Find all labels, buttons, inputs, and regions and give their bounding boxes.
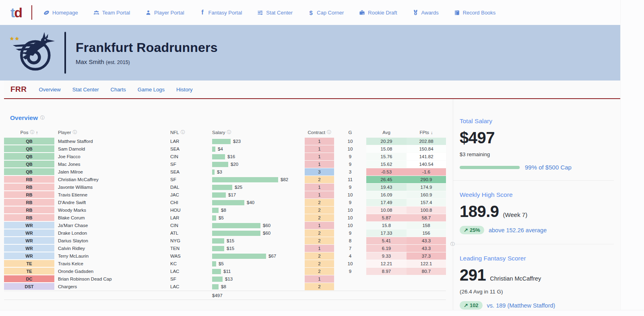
nav-item-awards[interactable]: Awards: [413, 10, 439, 16]
salary-bar: [212, 208, 219, 213]
scrollbar[interactable]: [620, 0, 644, 310]
player-name[interactable]: Christian McCaffrey: [54, 176, 167, 183]
player-name[interactable]: Ja'Marr Chase: [54, 222, 167, 229]
table-row[interactable]: DSTChargersLAC$82: [4, 283, 446, 291]
table-row[interactable]: RBBlake CorumLAR$52105.8758.7: [4, 214, 446, 222]
nav-item-rookie-draft[interactable]: Rookie Draft: [359, 10, 397, 16]
player-name[interactable]: Chargers: [54, 283, 167, 290]
nav-item-player-portal[interactable]: Player Portal: [145, 10, 184, 16]
table-row[interactable]: TETravis KelceKC$521012.21122.1: [4, 260, 446, 268]
column-header-fpts[interactable]: FPts↓: [407, 130, 446, 135]
table-row[interactable]: WRDarius SlaytonNYG$15285.4143.3: [4, 237, 446, 245]
player-name[interactable]: Joe Flacco: [54, 153, 167, 160]
player-name[interactable]: Oronde Gadsden: [54, 268, 167, 275]
cap-progress-row: 99% of $500 Cap: [460, 164, 614, 171]
weekly-high-label[interactable]: Weekly High Score: [460, 191, 614, 198]
table-row[interactable]: QBSam DarnoldSEA$411015.08150.84: [4, 145, 446, 153]
nav-item-homepage[interactable]: Homepage: [43, 10, 78, 16]
column-header-player[interactable]: Playerⓘ: [54, 130, 167, 135]
team-code[interactable]: FRR: [10, 85, 27, 94]
column-label: Player: [58, 130, 71, 135]
column-header-avg[interactable]: Avg: [366, 130, 407, 135]
fantasy-f-icon: f: [200, 10, 206, 16]
team-logo: ★★: [11, 29, 56, 76]
tab-history[interactable]: History: [176, 87, 192, 93]
info-icon[interactable]: ⓘ: [227, 130, 231, 135]
player-name[interactable]: Javonte Williams: [54, 184, 167, 191]
column-header-g[interactable]: G: [334, 130, 366, 135]
table-row[interactable]: RBJavonte WilliamsDAL$251919.43174.9: [4, 184, 446, 191]
contract-cell: 1: [305, 245, 334, 252]
column-header-contract[interactable]: Contractⓘ: [305, 130, 334, 135]
player-name[interactable]: Travis Etienne: [54, 191, 167, 198]
nav-item-team-portal[interactable]: Team Portal: [93, 10, 130, 16]
column-header-nfl[interactable]: NFLⓘ: [167, 130, 209, 135]
pos-cell: WR: [4, 252, 54, 260]
leading-scorer-label[interactable]: Leading Fantasy Scorer: [460, 255, 614, 262]
tab-overview[interactable]: Overview: [39, 87, 61, 93]
column-header-salary[interactable]: Salaryⓘ: [209, 130, 305, 135]
trend-pill-value: 25%: [470, 227, 480, 233]
info-icon[interactable]: ⓘ: [73, 130, 77, 135]
table-row[interactable]: QBMac JonesSF$201915.62140.54: [4, 161, 446, 168]
table-row[interactable]: WRDrake LondonATL$602917.33156: [4, 229, 446, 237]
pos-cell: RB: [4, 199, 54, 206]
player-name[interactable]: Sam Darnold: [54, 145, 167, 153]
column-header-pos[interactable]: Posⓘ↑: [4, 130, 54, 135]
info-icon[interactable]: ⓘ: [40, 115, 45, 121]
player-name[interactable]: Mac Jones: [54, 161, 167, 168]
pos-cell: WR: [4, 229, 54, 237]
tab-stat-center[interactable]: Stat Center: [72, 87, 99, 93]
player-name[interactable]: Drake London: [54, 229, 167, 237]
table-row[interactable]: TEOronde GadsdenLAC$11298.9780.7: [4, 268, 446, 275]
cap-percent-text[interactable]: 99% of $500 Cap: [525, 164, 572, 171]
table-row[interactable]: WRJa'Marr ChaseCIN$6011015.8158: [4, 222, 446, 229]
avg-cell: [366, 275, 407, 283]
table-row[interactable]: DCBrian Robinson Dead CapSF$131: [4, 275, 446, 283]
player-name[interactable]: Brian Robinson Dead Cap: [54, 275, 167, 283]
brand-divider: [31, 5, 32, 20]
table-row[interactable]: WRCalvin RidleyTEN$15176.1943.3: [4, 245, 446, 252]
player-name[interactable]: Terry McLaurin: [54, 252, 167, 260]
table-row[interactable]: QBJoe FlaccoCIN$161915.76141.82: [4, 153, 446, 161]
weekly-high-note[interactable]: above 152.26 average: [489, 227, 547, 233]
nav-item-stat-center[interactable]: Stat Center: [257, 10, 293, 16]
table-row[interactable]: QBJalen MilroeSEA$333-0.53-1.6: [4, 168, 446, 176]
team-tabs-bar: FRR OverviewStat CenterChartsGame LogsHi…: [4, 81, 620, 99]
weekly-high-week: (Week 7): [503, 211, 528, 218]
player-name[interactable]: D'Andre Swift: [54, 199, 167, 206]
player-name[interactable]: Darius Slayton: [54, 237, 167, 244]
player-name[interactable]: Blake Corum: [54, 214, 167, 221]
total-salary-label[interactable]: Total Salary: [460, 118, 614, 125]
salary-cell: $3: [209, 168, 305, 176]
info-icon[interactable]: ⓘ: [450, 241, 455, 248]
salary-value: $67: [268, 254, 276, 258]
table-row[interactable]: RBD'Andre SwiftCHI$402917.49157.4: [4, 199, 446, 207]
football-icon: [43, 10, 50, 16]
player-name[interactable]: Woody Marks: [54, 207, 167, 214]
nav-item-cap-corner[interactable]: $Cap Corner: [308, 10, 344, 16]
nav-item-fantasy-portal[interactable]: fFantasy Portal: [200, 10, 242, 16]
table-row[interactable]: WRTerry McLaurinWAS$67249.3337.3: [4, 252, 446, 260]
trend-pill: ↗ 102: [460, 301, 483, 310]
leading-scorer-name[interactable]: Christian McCaffrey: [490, 275, 541, 282]
table-row[interactable]: RBChristian McCaffreySF$8221126.45290.9: [4, 176, 446, 184]
player-name[interactable]: Matthew Stafford: [54, 138, 167, 145]
nav-item-record-books[interactable]: Record Books: [454, 10, 496, 16]
leading-scorer-note[interactable]: vs. 189 (Matthew Stafford): [487, 302, 555, 309]
nfl-team: CIN: [167, 153, 209, 160]
player-name[interactable]: Jalen Milroe: [54, 168, 167, 176]
player-name[interactable]: Calvin Ridley: [54, 245, 167, 252]
nfl-team: LAC: [167, 268, 209, 275]
tab-game-logs[interactable]: Game Logs: [138, 87, 165, 93]
table-row[interactable]: RBTravis EtienneJAC$1711016.09160.9: [4, 191, 446, 199]
table-row[interactable]: QBMatthew StaffordLAR$2311020.29202.88: [4, 138, 446, 145]
info-icon[interactable]: ⓘ: [30, 130, 34, 135]
player-name[interactable]: Travis Kelce: [54, 260, 167, 267]
tab-charts[interactable]: Charts: [111, 87, 126, 93]
table-row[interactable]: RBWoody MarksHOU$821010.08100.8: [4, 207, 446, 214]
info-icon[interactable]: ⓘ: [327, 130, 331, 135]
info-icon[interactable]: ⓘ: [181, 130, 185, 135]
salary-value: $16: [227, 154, 235, 159]
site-logo[interactable]: td: [10, 5, 22, 21]
